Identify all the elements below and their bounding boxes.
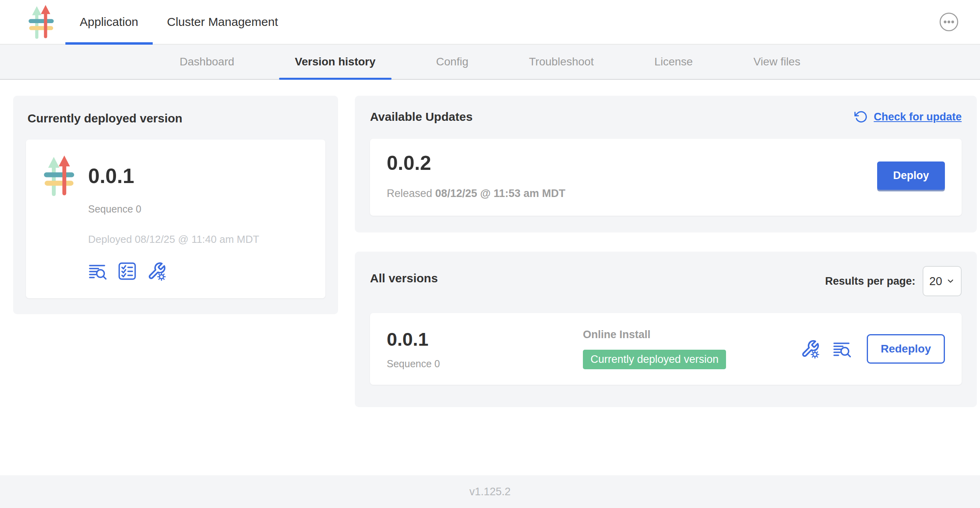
subnav-tab-troubleshoot-label: Troubleshoot (529, 55, 594, 68)
subnav-tab-version-history-label: Version history (295, 55, 376, 68)
version-row-number: 0.0.1 (387, 328, 583, 350)
version-row-status: Online Install Currently deployed versio… (583, 329, 801, 369)
tab-cluster-management[interactable]: Cluster Management (153, 0, 292, 44)
check-for-update-link[interactable]: Check for update (854, 110, 962, 124)
subnav-tab-troubleshoot[interactable]: Troubleshoot (524, 45, 598, 79)
main-content: Currently deployed version 0.0.1 Sequenc… (0, 80, 980, 475)
overflow-menu-button[interactable] (939, 12, 959, 32)
tab-application[interactable]: Application (65, 0, 153, 44)
check-for-update-label: Check for update (874, 111, 962, 123)
console-version: v1.125.2 (469, 486, 511, 498)
deployed-date: 08/12/25 @ 11:40 am MDT (135, 233, 259, 245)
app-logo-icon (25, 4, 58, 39)
version-row: 0.0.1 Sequence 0 Online Install Currentl… (370, 313, 962, 385)
subnav-tab-view-files[interactable]: View files (749, 45, 805, 79)
update-released-timestamp: Released 08/12/25 @ 11:53 am MDT (387, 187, 565, 200)
released-date: 08/12/25 @ 11:53 am MDT (435, 187, 566, 199)
deploy-button[interactable]: Deploy (877, 161, 945, 190)
update-version-number: 0.0.2 (387, 152, 565, 175)
config-icon[interactable] (801, 339, 820, 358)
deployed-prefix: Deployed (88, 233, 135, 245)
app-logo (25, 4, 58, 39)
currently-deployed-title: Currently deployed version (28, 112, 325, 125)
subnav-tab-license-label: License (654, 55, 693, 68)
deployed-version-number: 0.0.1 (88, 164, 309, 188)
currently-deployed-section: Currently deployed version 0.0.1 Sequenc… (13, 96, 338, 314)
logs-icon[interactable] (88, 262, 107, 281)
results-per-page-label: Results per page: (825, 275, 915, 287)
results-per-page: Results per page: 20 (825, 266, 962, 296)
subnav-tab-dashboard-label: Dashboard (180, 55, 234, 68)
deployed-timestamp: Deployed 08/12/25 @ 11:40 am MDT (88, 233, 309, 246)
top-header: Application Cluster Management (0, 0, 980, 45)
all-versions-section: All versions Results per page: 20 0.0 (355, 252, 977, 407)
update-card: 0.0.2 Released 08/12/25 @ 11:53 am MDT D… (370, 139, 962, 216)
version-row-info: 0.0.1 Sequence 0 (387, 328, 583, 370)
refresh-icon (854, 110, 868, 124)
ellipsis-icon (939, 12, 959, 32)
deployed-sequence: Sequence 0 (88, 203, 309, 215)
available-updates-section: Available Updates Check for update 0.0.2… (355, 96, 977, 232)
preflight-checklist-icon[interactable] (118, 262, 137, 281)
logs-icon[interactable] (832, 339, 852, 358)
subnav-tab-config-label: Config (436, 55, 468, 68)
tab-cluster-management-label: Cluster Management (167, 15, 278, 29)
config-icon[interactable] (147, 262, 166, 281)
deployed-actions (88, 262, 309, 281)
version-row-sequence: Sequence 0 (387, 358, 583, 370)
subnav-tab-view-files-label: View files (754, 55, 801, 68)
results-per-page-value: 20 (929, 275, 942, 288)
page-footer: v1.125.2 (0, 475, 980, 508)
app-logo-icon (42, 154, 77, 198)
chevron-down-icon (946, 277, 955, 286)
currently-deployed-card: 0.0.1 Sequence 0 Deployed 08/12/25 @ 11:… (26, 140, 325, 298)
tab-application-label: Application (80, 15, 138, 29)
results-per-page-select[interactable]: 20 (923, 266, 962, 296)
subnav-tab-dashboard[interactable]: Dashboard (175, 45, 239, 79)
all-versions-title: All versions (370, 272, 438, 285)
update-info: 0.0.2 Released 08/12/25 @ 11:53 am MDT (387, 152, 565, 200)
currently-deployed-badge: Currently deployed version (583, 350, 726, 369)
available-updates-title: Available Updates (370, 110, 472, 124)
subnav-tab-license[interactable]: License (649, 45, 698, 79)
subnav-tab-version-history[interactable]: Version history (290, 45, 380, 79)
admin-console-page: Application Cluster Management Dashboard… (0, 0, 980, 508)
version-row-actions: Redeploy (801, 334, 945, 364)
redeploy-button[interactable]: Redeploy (867, 334, 945, 364)
released-prefix: Released (387, 187, 435, 199)
right-column: Available Updates Check for update 0.0.2… (355, 96, 977, 407)
install-type-label: Online Install (583, 329, 801, 341)
subnav-tab-config[interactable]: Config (431, 45, 473, 79)
app-subnav: Dashboard Version history Config Trouble… (0, 45, 980, 80)
